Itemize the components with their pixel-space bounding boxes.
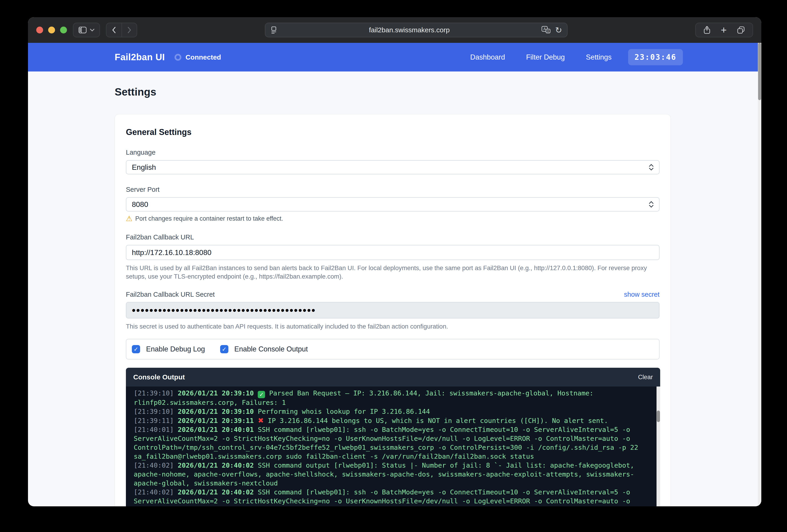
log-message: rlinfp02.swissmakers.corp, Failures: 1: [134, 399, 286, 406]
zoom-window-button[interactable]: [60, 27, 67, 34]
console-line: [21:39:11] 2026/01/21 20:39:11 ✖ IP 3.21…: [134, 416, 649, 425]
url-text[interactable]: fail2ban.swissmakers.corp: [277, 26, 541, 34]
new-tab-icon[interactable]: +: [721, 25, 727, 35]
log-message: apache-nohome, apache-overflows, apache-…: [134, 470, 634, 478]
console-line: apache-nohome, apache-overflows, apache-…: [134, 470, 649, 479]
close-window-button[interactable]: [36, 27, 43, 34]
console-line: [21:39:10] 2026/01/21 20:39:10 ✓ Parsed …: [134, 389, 649, 398]
error-cross-icon: ✖: [258, 416, 264, 424]
sidebar-icon: [79, 27, 87, 34]
log-timestamp: [21:39:11]: [134, 417, 178, 424]
translate-icon[interactable]: A 文: [541, 26, 551, 34]
log-datetime: 2026/01/21 20:39:10: [178, 389, 258, 397]
console-log[interactable]: [21:39:10] 2026/01/21 20:39:10 ✓ Parsed …: [126, 386, 660, 506]
console-line: ControlPath=/tmp/ssh_control_srv-04e7c5b…: [134, 443, 649, 452]
server-port-value: 8080: [132, 200, 148, 209]
toolbar-right-group: +: [695, 23, 753, 37]
page-scrollbar-thumb[interactable]: [758, 43, 761, 100]
log-timestamp: [21:39:10]: [134, 407, 178, 415]
tab-overview-icon[interactable]: [737, 26, 745, 34]
callback-secret-help: This secret is used to authenticate ban …: [126, 322, 660, 331]
console-line: ServerAliveCountMax=2 -o StrictHostKeyCh…: [134, 434, 649, 443]
console-line: [21:40:02] 2026/01/21 20:40:02 SSH comma…: [134, 488, 649, 497]
console-line: ControlPath=/tmp/ssh_control_srv-04e7c5b…: [134, 506, 649, 506]
sidebar-toggle-button[interactable]: [73, 23, 100, 37]
log-datetime: 2026/01/21 20:40:01: [178, 426, 258, 434]
reload-icon[interactable]: ↻: [555, 25, 562, 35]
app-header: Fail2ban UI Connected DashboardFilter De…: [28, 43, 761, 71]
log-message: SSH command [rlwebp01]: ssh -o BatchMode…: [258, 488, 630, 496]
log-message: Performing whois lookup for IP 3.216.86.…: [258, 407, 430, 415]
console-line: [21:40:02] 2026/01/21 20:40:02 SSH comma…: [134, 461, 649, 470]
nav-item-filter-debug[interactable]: Filter Debug: [526, 53, 565, 61]
server-port-input[interactable]: 8080: [126, 197, 660, 212]
console-title: Console Output: [133, 373, 185, 381]
log-message: ServerAliveCountMax=2 -o StrictHostKeyCh…: [134, 435, 630, 442]
svg-text:A: A: [543, 27, 546, 31]
console-line: [21:39:10] 2026/01/21 20:39:10 Performin…: [134, 407, 649, 416]
share-icon[interactable]: [704, 26, 710, 34]
callback-secret-input[interactable]: ••••••••••••••••••••••••••••••••••••••••…: [126, 302, 660, 318]
debug-toggles-row: ✓Enable Debug Log✓Enable Console Output: [126, 339, 660, 359]
log-message: sa_fail2ban@rlwebp01.swissmakers.corp su…: [134, 452, 534, 460]
toggle-enable-console-output: ✓Enable Console Output: [220, 345, 308, 353]
console-scrollbar-thumb[interactable]: [657, 411, 660, 422]
console-line: [21:40:01] 2026/01/21 20:40:01 SSH comma…: [134, 425, 649, 434]
connection-status: Connected: [174, 53, 221, 61]
back-button[interactable]: [106, 23, 122, 37]
log-datetime: 2026/01/21 20:40:02: [178, 461, 258, 469]
history-nav-buttons: [106, 23, 137, 37]
log-message: ControlPath=/tmp/ssh_control_srv-04e7c5b…: [134, 444, 638, 451]
console-scrollbar[interactable]: [657, 386, 660, 506]
callback-secret-label: Fail2ban Callback URL Secret: [126, 291, 215, 298]
main-nav: DashboardFilter DebugSettings: [470, 53, 612, 61]
log-message: ServerAliveCountMax=2 -o StrictHostKeyCh…: [134, 497, 630, 505]
port-warning-text: Port changes require a container restart…: [135, 215, 283, 222]
port-warning: ⚠ Port changes require a container resta…: [126, 215, 660, 222]
page-title: Settings: [115, 86, 761, 98]
server-port-label: Server Port: [126, 186, 660, 193]
number-stepper-icon[interactable]: [649, 201, 654, 207]
section-title: General Settings: [126, 127, 660, 137]
language-select-value: English: [132, 163, 156, 172]
language-label: Language: [126, 149, 660, 156]
reader-icon[interactable]: [270, 26, 277, 34]
toggle-label: Enable Console Output: [234, 345, 308, 353]
log-message: SSH command [rlwebp01]: ssh -o BatchMode…: [258, 426, 630, 434]
warning-icon: ⚠: [126, 215, 132, 222]
console-clear-button[interactable]: Clear: [638, 374, 653, 381]
page-scrollbar[interactable]: [758, 43, 761, 506]
log-timestamp: [21:40:01]: [134, 426, 178, 434]
header-clock: 23:03:46: [628, 49, 683, 65]
checkbox-icon[interactable]: ✓: [220, 345, 228, 353]
log-message: SSH command output [rlwebp01]: Status |-…: [258, 461, 634, 469]
toggle-enable-debug-log: ✓Enable Debug Log: [132, 345, 205, 353]
log-message: IP 3.216.86.144 belongs to US, which is …: [268, 417, 608, 424]
checkbox-icon[interactable]: ✓: [132, 345, 140, 353]
page-content: Settings General Settings Language Engli…: [28, 71, 761, 506]
log-datetime: 2026/01/21 20:39:11: [178, 417, 258, 424]
nav-item-dashboard[interactable]: Dashboard: [470, 53, 505, 61]
console-line: ServerAliveCountMax=2 -o StrictHostKeyCh…: [134, 497, 649, 506]
browser-window: fail2ban.swissmakers.corp A 文 ↻: [28, 17, 761, 506]
traffic-lights: [36, 27, 67, 34]
callback-url-help: This URL is used by all Fail2Ban instanc…: [126, 264, 660, 281]
log-message: apache-global, swissmakers-nextcloud: [134, 479, 278, 487]
toggle-label: Enable Debug Log: [146, 345, 205, 353]
console-line: rlinfp02.swissmakers.corp, Failures: 1: [134, 398, 649, 407]
console-line: sa_fail2ban@rlwebp01.swissmakers.corp su…: [134, 452, 649, 461]
address-bar[interactable]: fail2ban.swissmakers.corp A 文 ↻: [265, 23, 568, 37]
log-datetime: 2026/01/21 20:40:02: [178, 488, 258, 496]
language-select[interactable]: English: [126, 160, 660, 174]
console-output-panel: Console Output Clear [21:39:10] 2026/01/…: [126, 368, 660, 506]
forward-button[interactable]: [122, 23, 137, 37]
log-timestamp: [21:40:02]: [134, 461, 178, 469]
log-timestamp: [21:39:10]: [134, 389, 178, 397]
callback-url-label: Fail2ban Callback URL: [126, 234, 660, 241]
select-chevrons-icon: [649, 164, 654, 171]
minimize-window-button[interactable]: [48, 27, 55, 34]
show-secret-link[interactable]: show secret: [624, 291, 660, 298]
callback-url-input[interactable]: http://172.16.10.18:8080: [126, 245, 660, 260]
callback-url-value: http://172.16.10.18:8080: [132, 248, 211, 257]
nav-item-settings[interactable]: Settings: [586, 53, 612, 61]
